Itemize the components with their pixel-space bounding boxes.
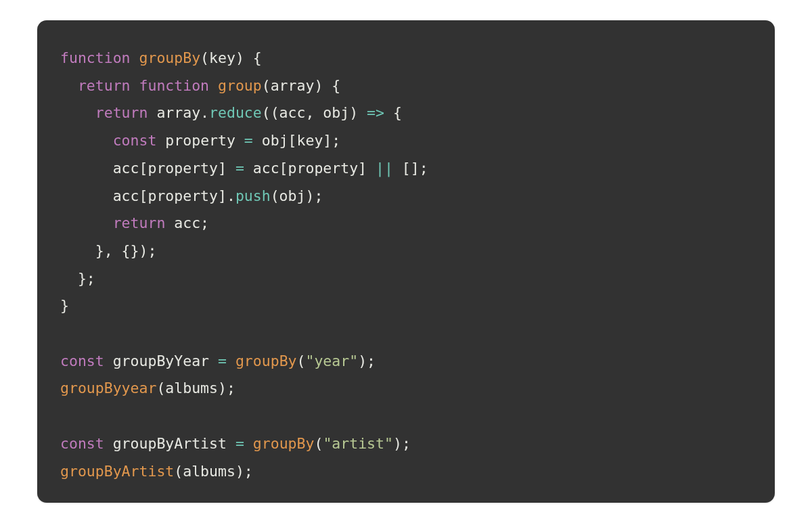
code-token: []; <box>393 160 428 177</box>
code-line: acc[property].push(obj); <box>60 187 323 204</box>
code-token: acc[property] <box>60 160 235 177</box>
code-token <box>244 435 253 452</box>
code-token: reduce <box>209 104 262 121</box>
code-token: }; <box>60 270 95 287</box>
code-token: ); <box>358 353 376 369</box>
code-line: acc[property] = acc[property] || []; <box>60 160 428 177</box>
code-token: obj[key]; <box>253 132 340 149</box>
code-token: acc[property] <box>244 160 376 177</box>
code-line: function groupBy(key) { <box>60 49 262 66</box>
code-token: }, {}); <box>60 242 156 259</box>
code-line: }, {}); <box>60 242 156 259</box>
code-line: const groupByYear = groupBy("year"); <box>60 353 376 369</box>
code-token: => <box>367 104 384 121</box>
code-token: array. <box>148 104 209 121</box>
code-token <box>60 214 113 231</box>
code-token: groupBy <box>235 353 297 369</box>
code-token: const <box>60 435 104 452</box>
code-token: (albums); <box>174 463 253 480</box>
code-token: return <box>95 104 148 121</box>
code-token: ( <box>314 435 323 452</box>
code-token: ); <box>393 435 411 452</box>
code-token: const <box>60 353 104 369</box>
code-line: const property = obj[key]; <box>60 132 340 149</box>
code-token: "artist" <box>323 435 393 452</box>
code-token: groupBy <box>139 49 201 66</box>
code-token: (array) { <box>262 77 341 94</box>
code-token: (key) { <box>200 49 262 66</box>
code-token: groupByyear <box>60 380 156 396</box>
code-token: acc[property]. <box>60 187 235 204</box>
code-token: "year" <box>305 353 358 369</box>
code-token: return <box>78 77 139 94</box>
code-token: group <box>218 77 262 94</box>
code-token: = <box>235 160 244 177</box>
code-line: return function group(array) { <box>60 77 340 94</box>
code-token: function <box>139 77 219 94</box>
code-line: groupByyear(albums); <box>60 380 235 396</box>
code-token: (albums); <box>156 380 235 396</box>
code-snippet-card: function groupBy(key) { return function … <box>37 20 775 503</box>
code-token: (obj); <box>271 187 323 204</box>
code-token: ((acc, obj) <box>262 104 367 121</box>
code-token: groupByArtist <box>60 463 174 480</box>
code-token: || <box>376 160 393 177</box>
code-token: } <box>60 297 69 314</box>
code-token: groupByArtist <box>104 435 235 452</box>
code-line: }; <box>60 270 95 287</box>
code-token <box>60 132 113 149</box>
code-token: push <box>235 187 271 204</box>
code-token: = <box>218 353 227 369</box>
code-token: return <box>113 214 166 231</box>
code-token <box>60 104 95 121</box>
code-line: return array.reduce((acc, obj) => { <box>60 104 402 121</box>
code-line: } <box>60 297 69 314</box>
code-token: { <box>384 104 402 121</box>
code-token: acc; <box>165 214 209 231</box>
code-line: groupByArtist(albums); <box>60 463 253 480</box>
code-token <box>60 77 78 94</box>
code-line: const groupByArtist = groupBy("artist"); <box>60 435 411 452</box>
code-token <box>227 353 235 369</box>
code-token: groupBy <box>253 435 315 452</box>
code-token: property <box>156 132 244 149</box>
code-block: function groupBy(key) { return function … <box>60 45 752 485</box>
code-token: function <box>60 49 139 66</box>
code-token: = <box>235 435 244 452</box>
code-token: = <box>244 132 253 149</box>
code-line: return acc; <box>60 214 209 231</box>
code-token: ( <box>297 353 306 369</box>
code-token: groupByYear <box>104 353 218 369</box>
code-token: const <box>113 132 157 149</box>
